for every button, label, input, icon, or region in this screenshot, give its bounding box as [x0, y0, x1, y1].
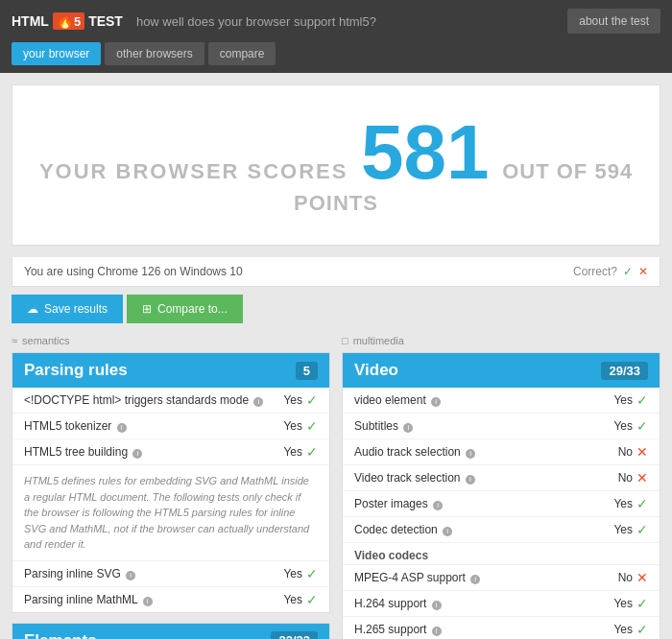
- correct-x-icon[interactable]: ✕: [638, 265, 648, 278]
- elements-title: Elements: [24, 631, 97, 640]
- semantics-header: ≈ semantics: [12, 335, 330, 346]
- semantics-icon: ≈: [12, 335, 17, 346]
- info-icon[interactable]: i: [466, 475, 475, 485]
- right-column: □ multimedia Video 29/33 video element i…: [342, 335, 660, 639]
- correct-label: Correct?: [573, 265, 617, 278]
- logo-badge: 🔥 5: [53, 12, 84, 30]
- nav-bar: your browser other browsers compare: [0, 42, 672, 73]
- save-button[interactable]: ☁ Save results: [12, 295, 123, 323]
- info-icon[interactable]: i: [403, 423, 413, 433]
- check-icon: ✓: [636, 418, 648, 434]
- check-icon: ✓: [306, 566, 318, 581]
- logo: HTML 🔥 5 TEST: [12, 12, 123, 30]
- compare-label: Compare to...: [157, 302, 228, 316]
- elements-card: Elements 32/33 Embedding custom non-visi…: [12, 623, 330, 640]
- header: HTML 🔥 5 TEST how well does your browser…: [0, 0, 672, 42]
- semantics-label: semantics: [22, 335, 70, 346]
- flame-icon: 🔥: [57, 13, 73, 29]
- score-prefix: YOUR BROWSER SCORES: [39, 159, 348, 183]
- table-row: Codec detection i Yes ✓: [343, 517, 660, 543]
- about-button[interactable]: about the test: [567, 9, 660, 34]
- score-number: 581: [361, 109, 489, 195]
- table-row: Audio track selection i No ✕: [343, 439, 660, 465]
- table-row: H.265 support i Yes ✓: [343, 617, 660, 639]
- table-row: HTML5 tokenizer i Yes ✓: [12, 414, 329, 439]
- check-icon: ✓: [306, 444, 318, 460]
- grid-icon: ⊞: [142, 302, 152, 316]
- info-icon[interactable]: i: [470, 575, 480, 584]
- score-section: YOUR BROWSER SCORES 581 OUT OF 594 POINT…: [12, 84, 660, 246]
- parsing-note: HTML5 defines rules for embedding SVG an…: [12, 465, 329, 561]
- tab-other-browsers[interactable]: other browsers: [105, 42, 204, 65]
- x-icon: ✕: [636, 570, 648, 585]
- check-icon: ✓: [636, 522, 648, 537]
- table-row: Parsing inline SVG i Yes ✓: [12, 561, 329, 587]
- table-row: Parsing inline MathML i Yes ✓: [12, 587, 329, 612]
- info-icon[interactable]: i: [466, 449, 475, 459]
- info-icon[interactable]: i: [132, 449, 142, 459]
- table-row: H.264 support i Yes ✓: [343, 591, 660, 617]
- table-row: HTML5 tree building i Yes ✓: [12, 439, 329, 465]
- table-row: Video track selection i No ✕: [343, 465, 660, 491]
- video-title: Video: [354, 361, 398, 380]
- browser-info-text: You are using Chrome 126 on Windows 10: [24, 265, 243, 278]
- check-icon: ✓: [636, 392, 648, 408]
- cloud-icon: ☁: [27, 302, 38, 316]
- multimedia-icon: □: [342, 335, 348, 346]
- logo-html: HTML: [12, 13, 49, 29]
- check-icon: ✓: [306, 592, 318, 607]
- table-row: video element i Yes ✓: [343, 388, 660, 414]
- parsing-rules-score: 5: [296, 362, 318, 380]
- compare-button[interactable]: ⊞ Compare to...: [127, 295, 243, 323]
- video-score: 29/33: [601, 362, 648, 380]
- elements-header: Elements 32/33: [12, 624, 329, 640]
- logo-test: TEST: [88, 13, 123, 29]
- multimedia-label: multimedia: [353, 335, 404, 346]
- x-icon: ✕: [636, 470, 648, 485]
- x-icon: ✕: [636, 444, 648, 460]
- correct-check-icon[interactable]: ✓: [623, 265, 633, 278]
- parsing-rules-title: Parsing rules: [24, 361, 128, 380]
- action-buttons: ☁ Save results ⊞ Compare to...: [12, 295, 660, 323]
- info-icon[interactable]: i: [431, 397, 441, 407]
- check-icon: ✓: [636, 496, 648, 511]
- info-icon[interactable]: i: [126, 571, 135, 580]
- multimedia-header: □ multimedia: [342, 335, 660, 346]
- table-row: <!DOCTYPE html> triggers standards mode …: [12, 388, 329, 414]
- save-label: Save results: [44, 302, 108, 316]
- parsing-rules-header: Parsing rules 5: [12, 353, 329, 388]
- table-row: Subtitles i Yes ✓: [343, 414, 660, 439]
- tab-compare[interactable]: compare: [208, 42, 276, 65]
- info-icon[interactable]: i: [432, 627, 442, 636]
- parsing-rules-card: Parsing rules 5 <!DOCTYPE html> triggers…: [12, 352, 330, 613]
- main-content: ≈ semantics Parsing rules 5 <!DOCTYPE ht…: [12, 335, 660, 639]
- info-icon[interactable]: i: [432, 601, 442, 610]
- check-icon: ✓: [306, 392, 318, 408]
- info-icon[interactable]: i: [433, 501, 443, 510]
- info-icon[interactable]: i: [253, 397, 263, 407]
- info-icon[interactable]: i: [117, 423, 127, 433]
- left-column: ≈ semantics Parsing rules 5 <!DOCTYPE ht…: [12, 335, 330, 639]
- tab-your-browser[interactable]: your browser: [12, 42, 101, 65]
- check-icon: ✓: [306, 418, 318, 434]
- video-card: Video 29/33 video element i Yes ✓ Subtit…: [342, 352, 660, 639]
- elements-score: 32/33: [271, 631, 318, 639]
- correct-area: Correct? ✓ ✕: [573, 265, 648, 278]
- browser-info-bar: You are using Chrome 126 on Windows 10 C…: [12, 257, 660, 287]
- video-header: Video 29/33: [343, 353, 660, 388]
- check-icon: ✓: [636, 596, 648, 611]
- check-icon: ✓: [636, 622, 648, 637]
- table-row: Poster images i Yes ✓: [343, 491, 660, 517]
- video-codecs-header: Video codecs: [343, 543, 660, 565]
- tagline: how well does your browser support html5…: [136, 14, 376, 29]
- info-icon[interactable]: i: [443, 527, 452, 536]
- info-icon[interactable]: i: [143, 597, 153, 606]
- table-row: MPEG-4 ASP support i No ✕: [343, 565, 660, 591]
